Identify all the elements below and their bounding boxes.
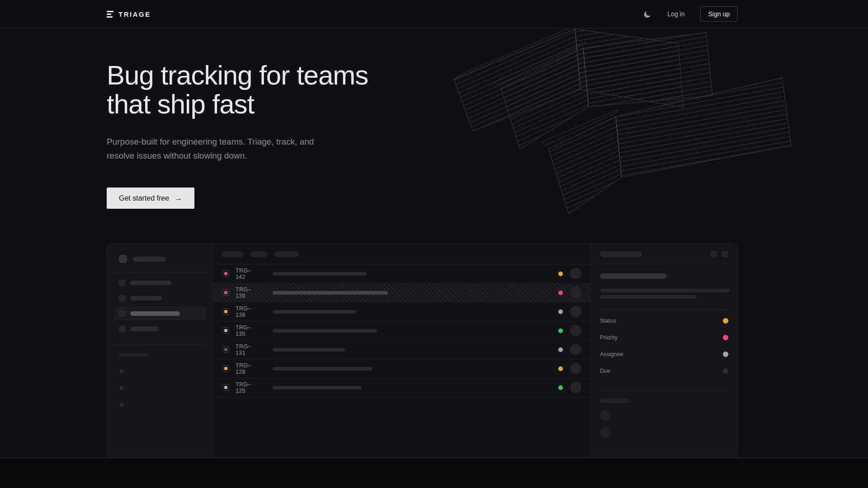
sidebar-section-skeleton — [119, 353, 148, 357]
detail-divider — [600, 390, 728, 390]
detail-section-skeleton — [600, 399, 629, 403]
field-value-dot — [723, 335, 728, 340]
issue-id: TRG–138 — [236, 305, 260, 318]
sidebar-item-skeleton — [114, 322, 206, 336]
workspace-name-skeleton — [133, 257, 166, 262]
issue-status-dot — [558, 347, 563, 352]
detail-text-skeleton — [600, 295, 697, 299]
field-value-dot — [723, 368, 728, 374]
sidebar-dot-skeleton — [119, 386, 123, 390]
list-tab-skeleton — [222, 251, 244, 257]
field-label: Priority — [600, 334, 618, 341]
field-label: Due — [600, 368, 610, 374]
sidebar-divider — [114, 345, 206, 345]
issue-status-dot — [558, 366, 563, 371]
list-header-skeleton — [213, 244, 590, 264]
issue-title-skeleton — [273, 310, 356, 314]
issue-assignee-avatar — [570, 306, 581, 317]
issue-type-icon — [222, 270, 229, 277]
detail-field-row: Assignee — [600, 346, 728, 362]
issue-assignee-avatar — [570, 363, 581, 374]
workspace-skeleton — [107, 255, 213, 263]
detail-title-skeleton — [600, 273, 667, 279]
mockup-detail-panel: Status Priority Assignee Due — [590, 244, 737, 465]
issue-id: TRG–135 — [236, 324, 260, 337]
sidebar-dot-skeleton — [119, 403, 123, 407]
issue-id: TRG–128 — [236, 362, 260, 375]
issue-title-skeleton — [273, 386, 362, 389]
issue-type-icon — [222, 384, 229, 391]
sidebar-divider — [114, 272, 206, 272]
list-tab-skeleton — [274, 251, 299, 257]
triage-bars-icon — [107, 11, 113, 18]
issue-id: TRG–142 — [236, 267, 260, 280]
field-label: Status — [600, 318, 616, 324]
issue-status-dot — [558, 291, 563, 295]
issue-row: TRG–138 — [213, 302, 590, 321]
detail-action-icon — [722, 251, 728, 258]
issue-row: TRG–131 — [213, 340, 590, 359]
comment-avatar-skeleton — [600, 427, 611, 438]
sidebar-dots — [107, 369, 213, 407]
issue-id: TRG–125 — [236, 381, 260, 394]
sidebar-item-skeleton — [114, 291, 206, 305]
hero-subtitle: Purpose-built for engineering teams. Tri… — [107, 135, 319, 163]
mockup-issue-list: TRG–142 TRG–139 TRG–138 TRG–135 TRG–131 — [213, 244, 590, 465]
brand-logo: TRIAGE — [107, 10, 151, 18]
issue-id: TRG–131 — [236, 343, 260, 356]
sidebar-item-icon-skeleton — [119, 295, 126, 302]
issue-title-skeleton — [273, 272, 366, 276]
detail-divider — [600, 310, 728, 310]
detail-action-icon — [710, 251, 717, 258]
issue-title-skeleton — [273, 367, 372, 371]
detail-header-skeleton — [600, 251, 642, 257]
issue-status-dot — [558, 385, 563, 390]
issue-row: TRG–142 — [213, 264, 590, 283]
issue-row: TRG–135 — [213, 321, 590, 340]
issue-assignee-avatar — [570, 382, 581, 393]
comment-avatar-skeleton — [600, 410, 611, 421]
field-value-dot — [723, 352, 728, 357]
app-mockup: TRG–142 TRG–139 TRG–138 TRG–135 TRG–131 — [107, 244, 738, 465]
sidebar-item-icon-skeleton — [119, 326, 126, 333]
workspace-avatar-skeleton — [119, 255, 127, 263]
arrow-right-icon: → — [175, 194, 182, 202]
mockup-sidebar — [107, 244, 213, 465]
top-nav: TRIAGE Log in Sign up — [0, 0, 868, 28]
issue-title-skeleton — [273, 329, 377, 333]
issue-type-icon — [222, 327, 229, 334]
issue-assignee-avatar — [570, 268, 581, 279]
issue-id: TRG–139 — [236, 286, 260, 299]
issue-status-dot — [558, 310, 563, 314]
hero-section: Bug tracking for teamsthat ship fast Pur… — [107, 61, 738, 465]
sidebar-dot-skeleton — [119, 369, 123, 373]
get-started-button[interactable]: Get started free → — [107, 188, 194, 209]
issue-row: TRG–128 — [213, 359, 590, 378]
login-link[interactable]: Log in — [667, 10, 684, 18]
list-tab-skeleton — [250, 251, 268, 257]
issue-title-skeleton — [273, 348, 345, 352]
theme-toggle-moon-icon[interactable] — [643, 9, 652, 19]
brand-name: TRIAGE — [118, 10, 151, 18]
issue-type-icon — [222, 308, 229, 315]
issue-status-dot — [558, 272, 563, 276]
detail-field-row: Priority — [600, 329, 728, 346]
detail-text-skeleton — [600, 289, 730, 292]
issue-type-icon — [222, 346, 229, 353]
footer — [0, 458, 868, 488]
issue-assignee-avatar — [570, 325, 581, 336]
detail-header — [591, 244, 737, 264]
issue-assignee-avatar — [570, 287, 581, 298]
hero-title: Bug tracking for teamsthat ship fast — [107, 61, 738, 119]
issue-row: TRG–139 — [213, 283, 590, 302]
issue-type-icon — [222, 289, 229, 296]
sidebar-item-icon-skeleton — [119, 310, 126, 317]
sidebar-nav-skeleton — [107, 276, 213, 336]
signup-button[interactable]: Sign up — [700, 6, 738, 22]
issue-type-icon — [222, 365, 229, 372]
issue-status-dot — [558, 328, 563, 333]
field-value-dot — [723, 318, 728, 324]
issue-row: TRG–125 — [213, 378, 590, 397]
sidebar-item-skeleton — [114, 276, 206, 290]
detail-field-row: Status — [600, 312, 728, 329]
